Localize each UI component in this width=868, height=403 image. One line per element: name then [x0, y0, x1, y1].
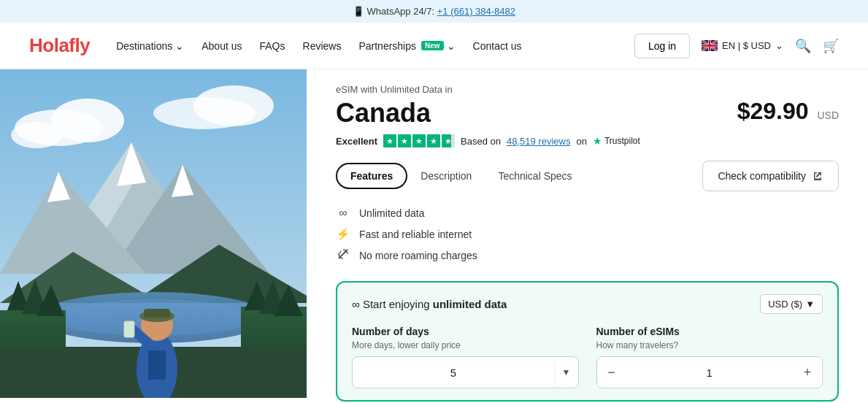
product-info: eSIM with Unlimited Data in Canada $29.9…	[307, 69, 868, 403]
nav-right: Log in EN | $ USD ⌄ 🔍 🛒	[634, 34, 839, 58]
days-dropdown-button[interactable]: ▼	[554, 357, 578, 388]
infinity-icon-small: ∞	[352, 298, 363, 310]
svg-rect-41	[148, 350, 166, 380]
currency-selector[interactable]: USD ($) ▼	[760, 294, 823, 314]
nav-faqs[interactable]: FAQs	[260, 40, 285, 52]
esims-increment-button[interactable]: +	[793, 357, 822, 388]
price-currency: USD	[817, 110, 839, 121]
days-stepper: 5 ▼	[352, 356, 579, 388]
tab-features[interactable]: Features	[336, 163, 407, 189]
days-sublabel: More days, lower daily price	[352, 340, 579, 350]
star-4: ★	[427, 134, 440, 147]
product-header: Canada $29.90 USD	[336, 98, 839, 128]
nav-partnerships[interactable]: Partnerships New ⌄	[358, 40, 455, 52]
stars: ★ ★ ★ ★ ★	[383, 134, 455, 147]
chevron-down-icon-lang: ⌄	[775, 40, 783, 51]
tp-star-icon: ★	[593, 135, 602, 147]
main-content: eSIM with Unlimited Data in Canada $29.9…	[0, 69, 868, 403]
esims-sublabel: How many travelers?	[596, 340, 823, 350]
esims-stepper: − 1 +	[596, 356, 823, 388]
price-value: $29.90	[737, 98, 809, 124]
lang-label: EN | $ USD	[722, 40, 771, 51]
trustpilot-row: Excellent ★ ★ ★ ★ ★ Based on 48,519 revi…	[336, 134, 839, 147]
reviews-prefix: Based on	[461, 136, 501, 147]
whatsapp-prefix: WhatsApp 24/7:	[367, 6, 435, 17]
chevron-down-icon-currency: ▼	[805, 299, 815, 310]
logo[interactable]: Holafly	[29, 34, 90, 57]
cart-icon[interactable]: 🛒	[823, 38, 839, 54]
chevron-down-icon: ⌄	[175, 40, 184, 52]
days-value: 5	[353, 366, 554, 379]
lightning-icon: ⚡	[336, 227, 350, 241]
infinity-icon: ∞	[336, 207, 350, 220]
unlimited-title: ∞ Start enjoying unlimited data	[352, 298, 507, 310]
nav-about[interactable]: About us	[201, 40, 242, 52]
landscape-svg	[0, 69, 307, 398]
svg-point-11	[51, 99, 124, 142]
unlimited-data-box: ∞ Start enjoying unlimited data USD ($) …	[336, 281, 839, 402]
reviews-suffix: on	[576, 136, 586, 147]
days-stepper-right: ▼	[554, 357, 578, 388]
product-image	[0, 69, 307, 398]
days-label: Number of days	[352, 326, 579, 337]
star-2: ★	[398, 134, 411, 147]
tab-description[interactable]: Description	[407, 164, 485, 188]
esims-label: Number of eSIMs	[596, 326, 823, 337]
flag-uk-icon	[702, 40, 718, 51]
svg-point-14	[193, 85, 274, 126]
esims-decrement-button[interactable]: −	[597, 357, 626, 388]
config-row: Number of days More days, lower daily pr…	[352, 326, 823, 388]
esims-value: 1	[626, 366, 794, 379]
features-list: ∞ Unlimited data ⚡ Fast and reliable int…	[336, 203, 839, 266]
top-bar: 📱 WhatsApp 24/7: +1 (661) 384-8482	[0, 0, 868, 23]
reviews-count: 48,519 reviews	[507, 136, 570, 147]
svg-point-12	[11, 122, 62, 148]
star-5-half: ★	[442, 134, 455, 147]
reviews-link[interactable]: 48,519 reviews	[507, 136, 570, 147]
new-badge: New	[421, 41, 444, 50]
whatsapp-number[interactable]: +1 (661) 384-8482	[437, 6, 515, 17]
product-title: Canada	[336, 98, 431, 128]
check-compat-label: Check compatibility	[718, 170, 806, 182]
chevron-down-icon-partnerships: ⌄	[447, 40, 456, 52]
external-link-icon	[812, 170, 823, 182]
feature-no-roaming: No more roaming charges	[336, 245, 839, 266]
check-compatibility-button[interactable]: Check compatibility	[702, 161, 839, 191]
search-icon[interactable]: 🔍	[795, 38, 811, 54]
star-1: ★	[383, 134, 396, 147]
rating-label: Excellent	[336, 136, 377, 147]
nav-reviews[interactable]: Reviews	[303, 40, 342, 52]
navbar: Holafly Destinations ⌄ About us FAQs Rev…	[0, 23, 868, 69]
language-selector[interactable]: EN | $ USD ⌄	[702, 40, 783, 51]
svg-rect-38	[144, 309, 170, 318]
esim-label: eSIM with Unlimited Data in	[336, 84, 839, 95]
svg-rect-40	[124, 321, 134, 337]
login-button[interactable]: Log in	[634, 34, 690, 58]
feature-unlimited-data: ∞ Unlimited data	[336, 203, 839, 223]
product-price: $29.90 USD	[737, 98, 839, 124]
nav-links: Destinations ⌄ About us FAQs Reviews Par…	[116, 40, 634, 52]
product-price-container: $29.90 USD	[737, 98, 839, 125]
currency-label: USD ($)	[768, 299, 802, 310]
tabs: Features Description Technical Specs	[336, 163, 585, 189]
whatsapp-icon: 📱	[353, 6, 364, 17]
nav-destinations[interactable]: Destinations ⌄	[116, 40, 184, 52]
trustpilot-logo: ★ Trustpilot	[593, 135, 640, 147]
star-3: ★	[412, 134, 426, 147]
tab-technical-specs[interactable]: Technical Specs	[485, 164, 585, 188]
tabs-row: Features Description Technical Specs Che…	[336, 161, 839, 191]
no-roaming-icon	[336, 248, 350, 263]
esims-column: Number of eSIMs How many travelers? − 1 …	[596, 326, 823, 388]
days-column: Number of days More days, lower daily pr…	[352, 326, 579, 388]
unlimited-box-header: ∞ Start enjoying unlimited data USD ($) …	[352, 294, 823, 314]
nav-contact[interactable]: Contact us	[473, 40, 522, 52]
feature-fast-internet: ⚡ Fast and reliable internet	[336, 223, 839, 245]
